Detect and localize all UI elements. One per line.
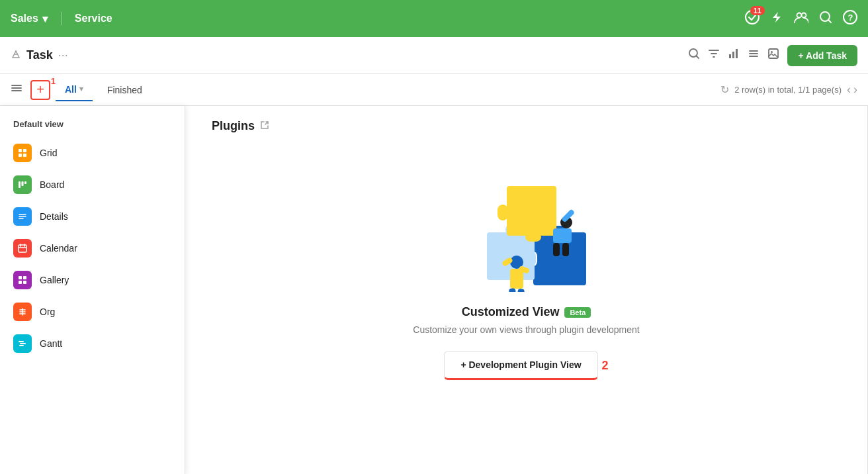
svg-point-11 bbox=[771, 51, 773, 53]
header-image-icon[interactable] bbox=[767, 48, 779, 63]
refresh-icon[interactable]: ↻ bbox=[720, 83, 729, 96]
svg-rect-7 bbox=[729, 54, 731, 58]
view-grid-label: Grid bbox=[40, 148, 57, 158]
svg-rect-19 bbox=[19, 245, 26, 252]
dev-plugin-label: + Development Plugin View bbox=[460, 359, 581, 370]
svg-rect-21 bbox=[23, 276, 26, 279]
grid-icon bbox=[13, 144, 32, 162]
beta-badge: Beta bbox=[564, 307, 591, 318]
svg-rect-34 bbox=[510, 269, 523, 289]
app-dropdown-arrow: ▾ bbox=[42, 13, 48, 25]
plugin-external-icon[interactable] bbox=[260, 120, 269, 132]
plugin-title: Plugins bbox=[212, 119, 255, 133]
nav-right-icons: 11 ? bbox=[745, 10, 857, 28]
tab-finished-label: Finished bbox=[107, 85, 142, 95]
tabs-row: + 1 All ▾ Finished ↻ 2 row(s) in total, … bbox=[0, 74, 868, 106]
header-filter-icon[interactable] bbox=[708, 48, 720, 63]
users-icon[interactable] bbox=[794, 10, 808, 28]
page-prev[interactable]: ‹ bbox=[847, 83, 851, 97]
svg-rect-43 bbox=[562, 243, 569, 256]
page-title-area: Task ··· bbox=[11, 48, 68, 62]
tabs-right: ↻ 2 row(s) in total, 1/1 page(s) ‹ › bbox=[720, 83, 857, 97]
svg-rect-22 bbox=[19, 281, 22, 284]
page-header: Task ··· bbox=[0, 37, 868, 74]
svg-rect-23 bbox=[23, 281, 26, 284]
header-chart-icon[interactable] bbox=[728, 48, 740, 63]
view-details-label: Details bbox=[40, 211, 68, 222]
svg-rect-42 bbox=[553, 243, 560, 256]
overlay-container: Default view Grid bbox=[0, 106, 868, 474]
svg-rect-13 bbox=[23, 149, 26, 152]
view-calendar-label: Calendar bbox=[40, 243, 77, 254]
svg-text:?: ? bbox=[848, 13, 853, 23]
add-task-label: + Add Task bbox=[798, 50, 847, 61]
page-title-more[interactable]: ··· bbox=[58, 48, 68, 62]
page-title: Task bbox=[26, 48, 53, 62]
notification-badge: 11 bbox=[750, 6, 765, 15]
view-item-calendar[interactable]: Calendar bbox=[0, 232, 185, 264]
header-list-icon[interactable] bbox=[748, 48, 760, 63]
lightning-icon[interactable] bbox=[770, 11, 783, 27]
svg-rect-16 bbox=[19, 181, 21, 188]
org-icon bbox=[13, 303, 32, 321]
svg-rect-40 bbox=[553, 228, 572, 243]
top-navigation: Sales ▾ Service 11 bbox=[0, 0, 868, 37]
svg-rect-14 bbox=[19, 154, 22, 157]
svg-rect-20 bbox=[19, 276, 22, 279]
svg-rect-30 bbox=[507, 186, 556, 236]
customized-view-title: Customized View Beta bbox=[413, 305, 639, 319]
details-icon bbox=[13, 207, 32, 226]
svg-rect-32 bbox=[498, 205, 508, 220]
dev-plugin-badge: 2 bbox=[602, 359, 609, 373]
pagination-nav: ‹ › bbox=[847, 83, 857, 97]
view-item-board[interactable]: Board bbox=[0, 169, 185, 201]
tab-all-dropdown: ▾ bbox=[79, 85, 83, 93]
tabs-menu-icon[interactable] bbox=[11, 82, 22, 97]
svg-rect-28 bbox=[525, 251, 536, 267]
header-search-icon[interactable] bbox=[688, 48, 700, 63]
view-item-gantt[interactable]: Gantt bbox=[0, 328, 185, 359]
svg-rect-18 bbox=[24, 181, 26, 184]
view-org-label: Org bbox=[40, 307, 55, 317]
view-item-gallery[interactable]: Gallery bbox=[0, 264, 185, 296]
svg-rect-17 bbox=[22, 181, 24, 186]
svg-point-2 bbox=[802, 13, 806, 17]
main-content: 1 2 Project B A Default view bbox=[0, 106, 868, 474]
check-circle-icon[interactable]: 11 bbox=[745, 10, 760, 28]
svg-rect-12 bbox=[19, 149, 22, 152]
add-view-badge: 1 bbox=[51, 76, 56, 86]
plugin-illustration bbox=[454, 146, 599, 292]
svg-rect-31 bbox=[525, 232, 541, 242]
gantt-icon bbox=[13, 334, 32, 353]
rows-info: 2 row(s) in total, 1/1 page(s) bbox=[734, 85, 842, 95]
header-right: + Add Task bbox=[688, 45, 857, 66]
customized-view-section: Customized View Beta Customize your own … bbox=[413, 305, 639, 335]
tab-all-label: All bbox=[65, 84, 77, 95]
view-item-details[interactable]: Details bbox=[0, 201, 185, 232]
view-item-org[interactable]: Org bbox=[0, 296, 185, 328]
search-icon[interactable] bbox=[819, 11, 832, 27]
add-view-button[interactable]: + 1 bbox=[30, 80, 50, 100]
svg-rect-9 bbox=[736, 49, 738, 58]
plugin-panel: Plugins bbox=[185, 106, 868, 474]
svg-rect-38 bbox=[517, 289, 525, 292]
page-next[interactable]: › bbox=[853, 83, 857, 97]
add-task-button[interactable]: + Add Task bbox=[787, 45, 857, 66]
customized-view-desc: Customize your own views through plugin … bbox=[413, 324, 639, 335]
calendar-icon bbox=[13, 239, 32, 258]
view-dropdown-panel: Default view Grid bbox=[0, 106, 185, 474]
gallery-icon bbox=[13, 271, 32, 289]
view-item-grid[interactable]: Grid bbox=[0, 137, 185, 169]
plugin-header: Plugins bbox=[212, 119, 841, 133]
tab-finished[interactable]: Finished bbox=[98, 79, 152, 101]
svg-rect-15 bbox=[23, 154, 26, 157]
view-gantt-label: Gantt bbox=[40, 338, 62, 349]
dropdown-section-title: Default view bbox=[0, 117, 185, 137]
help-icon[interactable]: ? bbox=[843, 10, 857, 28]
tab-all[interactable]: All ▾ bbox=[56, 79, 93, 101]
svg-point-1 bbox=[797, 13, 802, 17]
app-name-label: Sales bbox=[11, 13, 38, 24]
service-label[interactable]: Service bbox=[75, 13, 112, 24]
dev-plugin-button[interactable]: + Development Plugin View bbox=[444, 351, 597, 380]
app-name[interactable]: Sales ▾ bbox=[11, 13, 48, 25]
